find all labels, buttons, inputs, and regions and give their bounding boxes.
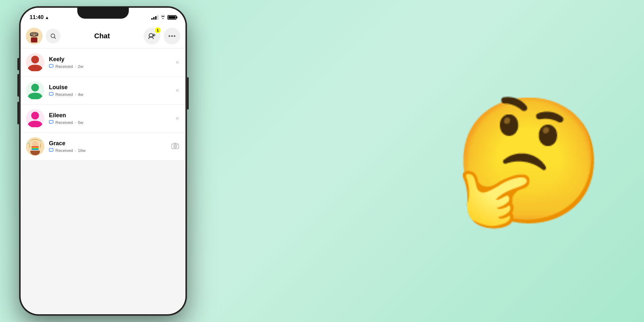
- contact-info-louise: Louise Received · 4w: [49, 84, 174, 97]
- svg-rect-30: [32, 148, 39, 149]
- svg-point-17: [31, 56, 39, 63]
- svg-point-7: [36, 33, 37, 35]
- time-display: 11:40: [30, 14, 43, 21]
- svg-point-19: [31, 84, 39, 91]
- contact-name-grace: Grace: [49, 140, 170, 147]
- close-button-louise[interactable]: ×: [174, 86, 180, 95]
- camera-button-grace[interactable]: [170, 141, 180, 152]
- chat-header: Chat 1: [21, 25, 185, 49]
- svg-point-21: [31, 112, 39, 119]
- battery-icon: [167, 15, 176, 20]
- contact-info-grace: Grace Received · 16w: [49, 140, 170, 153]
- received-label-grace: Received: [55, 148, 73, 153]
- user-avatar[interactable]: [26, 28, 43, 44]
- signal-bar-3: [155, 16, 156, 20]
- svg-point-16: [174, 35, 175, 37]
- svg-point-35: [175, 146, 176, 147]
- separator-louise: ·: [75, 92, 76, 97]
- add-friend-button[interactable]: 1: [144, 28, 160, 44]
- contact-info-eileen: Eileen Received · 5w: [49, 112, 174, 125]
- svg-point-34: [174, 145, 177, 148]
- message-preview-eileen: Received · 5w: [49, 120, 174, 125]
- svg-rect-8: [31, 37, 37, 43]
- avatar-eileen: [26, 109, 44, 128]
- status-time: 11:40 ▲: [30, 14, 49, 21]
- svg-text:✦: ✦: [27, 142, 30, 145]
- silhouette-louise: [26, 81, 44, 100]
- signal-bar-1: [151, 18, 153, 20]
- separator-grace: ·: [75, 148, 76, 153]
- add-friend-icon: [148, 33, 156, 39]
- bitmoji-grace: ✦ ✦: [26, 137, 44, 156]
- chat-item-keely[interactable]: Keely Received · 2w: [21, 49, 185, 77]
- signal-bar-4: [157, 15, 158, 20]
- message-preview-louise: Received · 4w: [49, 92, 174, 97]
- silhouette-eileen: [26, 109, 44, 128]
- svg-rect-32: [49, 148, 53, 151]
- signal-bar-2: [153, 17, 155, 20]
- received-label-louise: Received: [55, 92, 73, 97]
- avatar-grace: ✦ ✦: [26, 137, 44, 156]
- signal-icon: [151, 15, 158, 20]
- chat-bubble-icon-louise: [49, 92, 53, 97]
- close-button-eileen[interactable]: ×: [174, 114, 180, 123]
- contact-name-louise: Louise: [49, 84, 174, 91]
- side-button-power: [187, 77, 189, 109]
- svg-text:✦: ✦: [40, 140, 42, 142]
- svg-rect-31: [32, 149, 39, 150]
- wifi-icon: [160, 15, 166, 20]
- thinking-face-emoji: 🤔: [453, 100, 605, 222]
- phone-wrapper: 11:40 ▲: [19, 6, 187, 316]
- svg-rect-28: [32, 146, 39, 147]
- search-button[interactable]: [46, 29, 61, 43]
- svg-point-6: [31, 33, 33, 35]
- status-icons: [151, 15, 176, 20]
- silhouette-keely: [26, 53, 44, 72]
- battery-fill: [168, 16, 175, 19]
- more-icon: [168, 35, 175, 37]
- chat-item-grace[interactable]: ✦ ✦ Grace: [21, 133, 185, 161]
- separator-keely: ·: [75, 64, 76, 69]
- eileen-name-text: Eileen: [49, 112, 66, 118]
- time-eileen: 5w: [78, 120, 83, 125]
- svg-rect-20: [49, 92, 53, 95]
- chat-item-louise[interactable]: Louise Received · 4w: [21, 77, 185, 105]
- page-title: Chat: [64, 32, 140, 40]
- contact-info-keely: Keely Received · 2w: [49, 56, 174, 69]
- location-arrow-icon: ▲: [45, 15, 49, 20]
- svg-line-10: [54, 37, 56, 39]
- received-label-eileen: Received: [55, 120, 73, 125]
- received-label-keely: Received: [55, 64, 73, 69]
- avatar-louise: [26, 81, 44, 100]
- phone-frame: 11:40 ▲: [19, 6, 187, 316]
- bitmoji-svg: [26, 28, 43, 44]
- avatar-keely: [26, 53, 44, 72]
- more-options-button[interactable]: [164, 28, 180, 44]
- notification-badge: 1: [155, 27, 161, 33]
- svg-point-36: [177, 144, 178, 145]
- svg-rect-29: [32, 147, 39, 148]
- svg-point-15: [171, 35, 173, 37]
- message-preview-grace: Received · 16w: [49, 148, 170, 153]
- chat-bubble-icon-eileen: [49, 120, 53, 125]
- phone-notch: [77, 8, 129, 19]
- svg-rect-22: [49, 120, 53, 123]
- time-louise: 4w: [78, 92, 83, 97]
- chat-bubble-icon-grace: [49, 148, 53, 153]
- close-button-keely[interactable]: ×: [174, 58, 180, 67]
- time-keely: 2w: [78, 64, 83, 69]
- svg-rect-18: [49, 64, 53, 67]
- chat-list: Keely Received · 2w: [21, 49, 185, 161]
- chat-item-eileen[interactable]: Eileen Received · 5w: [21, 105, 185, 133]
- phone-screen: 11:40 ▲: [21, 8, 185, 314]
- svg-point-14: [169, 35, 170, 37]
- chat-bubble-icon-keely: [49, 64, 53, 69]
- time-grace: 16w: [78, 148, 86, 153]
- message-preview-keely: Received · 2w: [49, 64, 174, 69]
- contact-name-keely: Keely: [49, 56, 174, 63]
- contact-name-eileen: Eileen: [49, 112, 174, 119]
- separator-eileen: ·: [75, 120, 76, 125]
